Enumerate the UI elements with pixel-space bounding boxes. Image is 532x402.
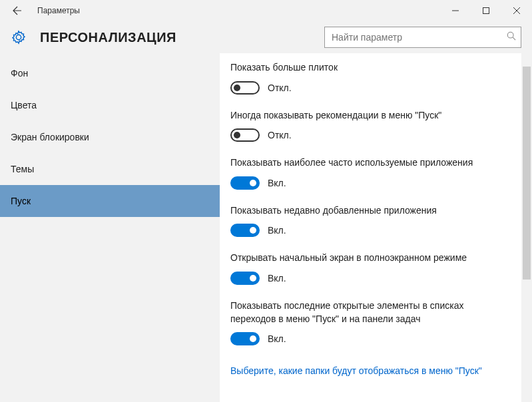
toggle-state-text: Вкл. (268, 333, 286, 344)
toggle-suggestions[interactable] (230, 128, 260, 142)
close-button[interactable] (501, 0, 532, 21)
scrollbar-thumb[interactable] (523, 67, 531, 280)
page-title: ПЕРСОНАЛИЗАЦИЯ (40, 30, 176, 45)
choose-folders-link[interactable]: Выберите, какие папки будут отображаться… (230, 365, 482, 376)
toggle-fullscreen-start[interactable] (230, 272, 260, 285)
gear-icon (11, 29, 27, 45)
svg-line-5 (513, 37, 515, 40)
toggle-row: Откл. (230, 81, 516, 95)
toggle-knob (250, 335, 256, 342)
setting-label: Показывать последние открытые элементы в… (230, 300, 497, 325)
toggle-row: Вкл. (230, 332, 516, 345)
sidebar: Фон Цвета Экран блокировки Темы Пуск (0, 53, 220, 402)
toggle-state-text: Откл. (268, 130, 292, 140)
sidebar-item-lockscreen[interactable]: Экран блокировки (0, 121, 220, 153)
header: ПЕРСОНАЛИЗАЦИЯ (0, 21, 532, 53)
setting-label: Открывать начальный экран в полноэкранно… (230, 252, 497, 265)
toggle-row: Откл. (230, 128, 516, 142)
minimize-button[interactable] (440, 0, 471, 21)
sidebar-item-start[interactable]: Пуск (0, 185, 220, 217)
toggle-more-tiles[interactable] (230, 81, 260, 95)
setting-label: Иногда показывать рекомендации в меню "П… (230, 109, 497, 122)
maximize-button[interactable] (471, 0, 501, 21)
svg-rect-1 (483, 8, 489, 14)
toggle-recent-apps[interactable] (230, 224, 260, 237)
toggle-row: Вкл. (230, 176, 516, 190)
toggle-jumplists[interactable] (230, 332, 260, 345)
sidebar-item-label: Фон (11, 68, 28, 79)
search-icon (507, 31, 516, 43)
toggle-row: Вкл. (230, 224, 516, 237)
toggle-knob (234, 132, 240, 138)
toggle-state-text: Вкл. (268, 225, 286, 236)
body: Фон Цвета Экран блокировки Темы Пуск Пок… (0, 53, 532, 402)
toggle-knob (250, 275, 256, 282)
back-arrow-icon (9, 4, 23, 17)
back-button[interactable] (0, 0, 32, 21)
toggle-most-used[interactable] (230, 176, 260, 190)
setting-label: Показать больше плиток (230, 61, 497, 75)
toggle-knob (234, 85, 240, 91)
setting-fullscreen-start: Открывать начальный экран в полноэкранно… (230, 252, 516, 285)
sidebar-item-label: Цвета (11, 100, 37, 110)
toggle-row: Вкл. (230, 272, 516, 285)
setting-label: Показывать наиболее часто используемые п… (230, 156, 497, 170)
setting-recent-apps: Показывать недавно добавленные приложени… (230, 204, 516, 238)
toggle-knob (250, 227, 256, 234)
toggle-state-text: Откл. (268, 83, 292, 93)
minimize-icon (452, 7, 459, 14)
maximize-icon (483, 7, 489, 14)
sidebar-item-label: Темы (11, 164, 34, 174)
window-controls (440, 0, 532, 21)
setting-suggestions: Иногда показывать рекомендации в меню "П… (230, 109, 516, 142)
sidebar-item-label: Экран блокировки (11, 132, 89, 142)
setting-label: Показывать недавно добавленные приложени… (230, 204, 497, 218)
toggle-state-text: Вкл. (268, 178, 286, 188)
search-wrap (324, 27, 521, 48)
setting-most-used: Показывать наиболее часто используемые п… (230, 156, 516, 190)
sidebar-item-background[interactable]: Фон (0, 57, 220, 89)
sidebar-item-label: Пуск (11, 196, 31, 206)
svg-point-4 (507, 32, 513, 38)
window-title: Параметры (37, 6, 80, 15)
sidebar-item-colors[interactable]: Цвета (0, 89, 220, 121)
content: Показать больше плиток Откл. Иногда пока… (220, 53, 532, 402)
setting-more-tiles: Показать больше плиток Откл. (230, 61, 516, 95)
sidebar-item-themes[interactable]: Темы (0, 153, 220, 185)
close-icon (513, 7, 520, 14)
toggle-knob (250, 180, 256, 186)
toggle-state-text: Вкл. (268, 273, 286, 284)
setting-jumplists: Показывать последние открытые элементы в… (230, 300, 516, 345)
scrollbar[interactable] (521, 53, 532, 402)
search-input[interactable] (324, 27, 521, 48)
titlebar: Параметры (0, 0, 532, 21)
